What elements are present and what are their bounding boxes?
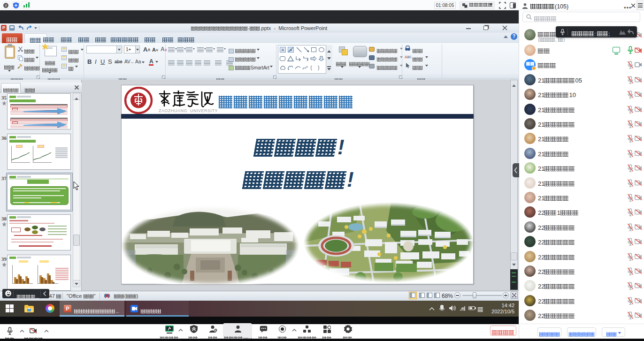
- svg-text:I: I: [150, 100, 153, 101]
